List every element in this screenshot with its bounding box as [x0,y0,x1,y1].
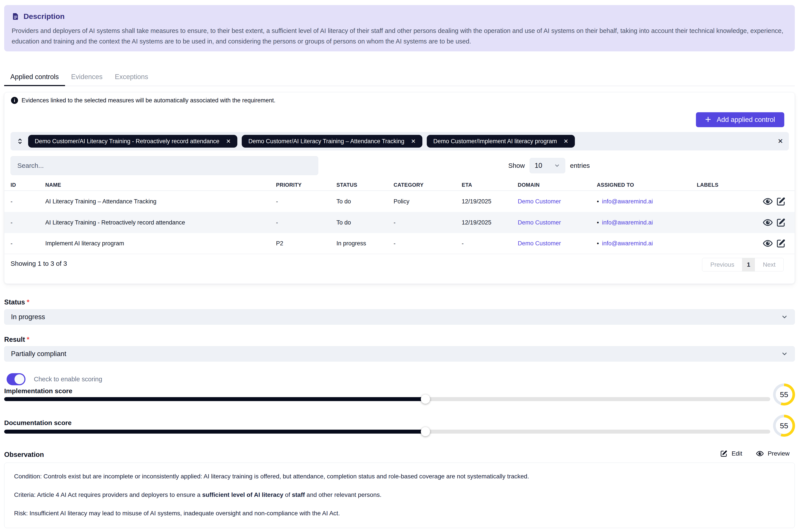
info-note-row: i Evidences linked to the selected measu… [11,97,276,104]
col-domain: DOMAIN [518,182,597,188]
implementation-score-slider[interactable] [4,397,770,401]
implementation-score-badge: 55 [773,383,795,405]
tab-bar: Applied controls Evidences Exceptions [4,68,795,86]
assigned-cell: info@awaremind.ai [597,198,697,205]
assignee-email-link[interactable]: info@awaremind.ai [602,219,653,226]
add-applied-control-label: Add applied control [717,116,775,124]
remove-chip-icon[interactable]: ✕ [226,138,231,144]
view-icon[interactable] [763,218,773,227]
assigned-cell: info@awaremind.ai [597,219,697,226]
edit-label: Edit [731,450,742,457]
status-select[interactable]: In progress [4,309,795,325]
cell-category: Policy [394,198,462,205]
cell-status: In progress [336,240,394,247]
col-status: STATUS [336,182,394,188]
cell-eta: 12/19/2025 [462,198,518,205]
result-select[interactable]: Partially compliant [4,346,795,362]
info-icon: i [11,97,18,104]
description-title: Description [23,12,64,21]
assigned-cell: info@awaremind.ai [597,240,697,247]
result-value: Partially compliant [11,350,67,358]
edit-icon[interactable] [776,196,786,206]
info-note-text: Evidences linked to the selected measure… [21,97,276,104]
observation-content[interactable]: Condition: Controls exist but are incomp… [4,462,795,528]
table-row: - AI Literacy Training - Retroactively r… [4,212,795,233]
row-actions [761,218,786,227]
domain-link[interactable]: Demo Customer [518,219,597,226]
page-size-value: 10 [535,162,542,170]
observation-preview-button[interactable]: Preview [756,450,789,457]
scoring-toggle-row: Check to enable scoring [6,373,102,385]
cell-status: To do [336,198,394,205]
description-header: Description [12,12,787,21]
remove-chip-icon[interactable]: ✕ [564,138,569,144]
current-page-button[interactable]: 1 [742,258,755,271]
assignee-email-link[interactable]: info@awaremind.ai [602,198,653,205]
edit-icon[interactable] [776,239,786,248]
observation-edit-button[interactable]: Edit [720,450,742,457]
col-priority: PRIORITY [276,182,336,188]
domain-link[interactable]: Demo Customer [518,198,597,205]
slider-thumb[interactable] [421,395,430,404]
documentation-score-label: Documentation score [4,419,72,426]
chevron-down-icon [554,163,560,169]
tab-applied-controls[interactable]: Applied controls [4,68,65,86]
document-icon [12,13,20,20]
clear-all-icon[interactable]: ✕ [778,138,783,145]
domain-link[interactable]: Demo Customer [518,240,597,247]
edit-icon [720,450,728,457]
cell-status: To do [336,219,394,226]
cell-name: AI Literacy Training – Attendance Tracki… [45,198,276,205]
cell-name: AI Literacy Training - Retroactively rec… [45,219,276,226]
col-name: NAME [45,182,276,188]
chip-label: Demo Customer/AI Literacy Training - Ret… [35,138,219,145]
required-asterisk: * [27,298,30,306]
selected-control-chip[interactable]: Demo Customer/AI Literacy Training - Ret… [28,135,237,148]
selected-controls-multiselect[interactable]: Demo Customer/AI Literacy Training - Ret… [11,132,789,150]
description-panel: Description Providers and deployers of A… [4,5,795,51]
observation-toolbar: Edit Preview [720,450,789,457]
table-body: - AI Literacy Training – Attendance Trac… [4,190,795,254]
row-actions [761,239,786,248]
view-icon[interactable] [763,196,773,206]
edit-icon[interactable] [776,218,786,227]
pagination: Previous 1 Next [702,258,784,271]
selected-control-chip[interactable]: Demo Customer/AI Literacy Training – Att… [242,135,422,148]
toggle-knob [15,374,24,384]
selected-control-chip[interactable]: Demo Customer/Implement AI literacy prog… [427,135,575,148]
cell-priority: - [276,198,336,205]
tab-evidences[interactable]: Evidences [65,68,109,86]
documentation-score-slider[interactable] [4,430,770,434]
previous-page-button[interactable]: Previous [702,258,742,271]
observation-risk: Risk: Insufficient AI literacy may lead … [14,509,785,518]
observation-criteria: Criteria: Article 4 AI Act requires prov… [14,491,785,499]
col-eta: ETA [462,182,518,188]
page-size-select[interactable]: 10 [529,158,565,173]
remove-chip-icon[interactable]: ✕ [411,138,416,144]
col-category: CATEGORY [394,182,462,188]
slider-thumb[interactable] [421,427,430,436]
chevron-down-icon [781,314,788,321]
enable-scoring-toggle[interactable] [6,373,25,385]
description-body: Providers and deployers of AI systems sh… [12,25,787,46]
cell-id: - [11,219,45,226]
tab-exceptions[interactable]: Exceptions [109,68,154,86]
add-applied-control-button[interactable]: + Add applied control [696,112,784,127]
col-assigned: ASSIGNED TO [597,182,697,188]
col-labels: LABELS [697,182,761,188]
next-page-button[interactable]: Next [755,258,783,271]
documentation-score-badge: 55 [773,415,795,437]
table-row: - Implement AI literacy program P2 In pr… [4,233,795,254]
table-header-row: ID NAME PRIORITY STATUS CATEGORY ETA DOM… [4,179,795,190]
cell-category: - [394,219,462,226]
entries-label: entries [570,162,590,169]
assignee-email-link[interactable]: info@awaremind.ai [602,240,653,247]
sort-handle-icon[interactable] [16,137,24,145]
documentation-score-value: 55 [776,417,793,434]
plus-icon: + [705,114,711,124]
required-asterisk: * [27,336,30,343]
view-icon[interactable] [763,239,773,248]
implementation-score-value: 55 [776,386,793,403]
preview-label: Preview [767,450,789,457]
search-input[interactable] [11,156,318,175]
